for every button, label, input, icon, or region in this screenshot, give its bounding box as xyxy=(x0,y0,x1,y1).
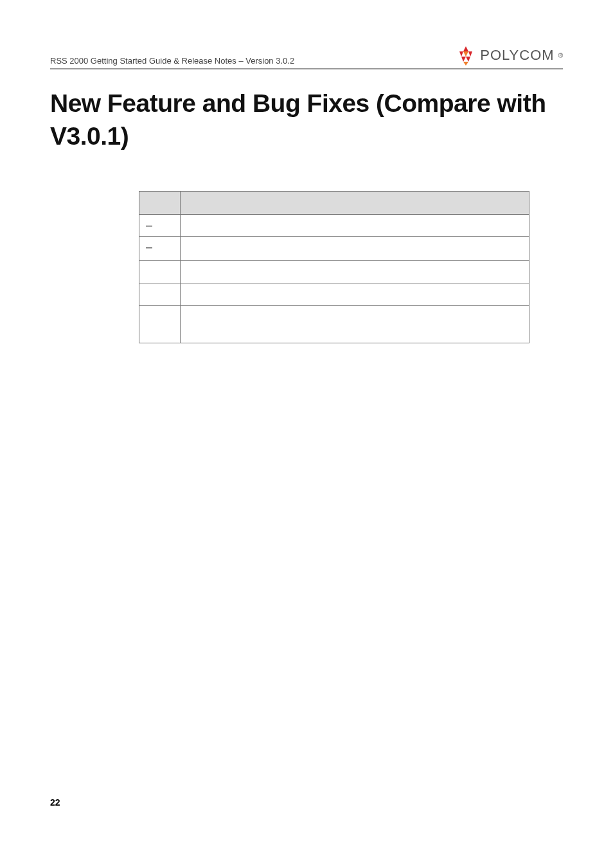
table-header-index xyxy=(139,192,181,215)
fixes-table-wrap: – – xyxy=(139,191,529,343)
table-header-desc xyxy=(181,192,529,215)
cell-desc xyxy=(181,237,529,261)
cell-index: – xyxy=(139,237,181,261)
page-number: 22 xyxy=(50,797,60,808)
cell-desc xyxy=(181,306,529,343)
svg-marker-0 xyxy=(463,46,468,51)
cell-desc xyxy=(181,261,529,284)
cell-desc xyxy=(181,215,529,237)
brand-logo: POLYCOM ® xyxy=(456,45,563,66)
table-row xyxy=(139,284,529,306)
cell-index xyxy=(139,261,181,284)
cell-index: – xyxy=(139,215,181,237)
table-row xyxy=(139,306,529,343)
svg-marker-1 xyxy=(459,51,463,57)
table-row xyxy=(139,261,529,284)
fixes-table: – – xyxy=(139,191,529,343)
table-row: – xyxy=(139,237,529,261)
table-row: – xyxy=(139,215,529,237)
cell-index xyxy=(139,306,181,343)
svg-marker-6 xyxy=(463,62,468,66)
svg-marker-3 xyxy=(463,51,468,57)
svg-marker-4 xyxy=(461,57,466,62)
cell-index xyxy=(139,284,181,306)
svg-marker-2 xyxy=(468,51,472,57)
svg-marker-5 xyxy=(466,57,470,62)
page-heading: New Feature and Bug Fixes (Compare with … xyxy=(50,87,563,152)
brand-tm: ® xyxy=(558,52,563,59)
table-header-row xyxy=(139,192,529,215)
page-header: RSS 2000 Getting Started Guide & Release… xyxy=(50,45,563,69)
cell-desc xyxy=(181,284,529,306)
polycom-logo-icon xyxy=(456,45,476,66)
doc-title: RSS 2000 Getting Started Guide & Release… xyxy=(50,56,294,66)
brand-name: POLYCOM xyxy=(480,47,554,64)
